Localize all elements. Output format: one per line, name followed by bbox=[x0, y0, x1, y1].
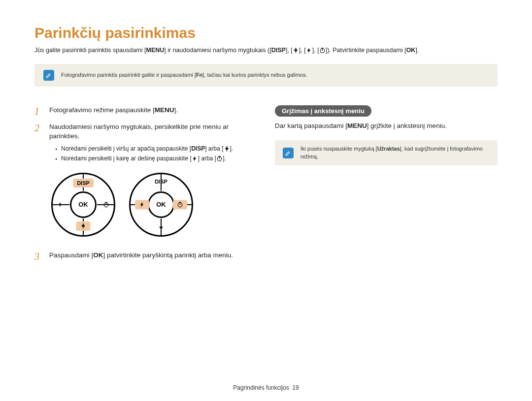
step-body: Paspausdami [OK] patvirtinkite paryškint… bbox=[49, 250, 233, 262]
step-body: Fotografavimo režime paspauskite [MENU]. bbox=[49, 105, 178, 117]
ok-button-label: OK bbox=[148, 191, 174, 218]
step-2: 2 Naudodamiesi naršymo mygtukais, persik… bbox=[34, 122, 257, 164]
step-number: 1 bbox=[34, 105, 43, 117]
note-box-top: Fotografavimo parinktis pasirinkti galit… bbox=[34, 64, 498, 87]
intro-part: Jūs galite pasirinkti parinktis spausdam… bbox=[34, 47, 146, 54]
bullet-item: Norėdami persikelti į kairę ar dešinę pa… bbox=[55, 154, 257, 163]
ok-button-label: OK bbox=[70, 191, 97, 218]
disp-glyph: DISP bbox=[271, 47, 286, 54]
menu-glyph: MENU bbox=[347, 122, 367, 129]
right-column: Grįžimas į ankstesnį meniu Dar kartą pas… bbox=[275, 105, 498, 267]
step-number: 3 bbox=[34, 250, 43, 262]
intro-text: Jūs galite pasirinkti parinktis spausdam… bbox=[34, 46, 498, 55]
section-pill: Grįžimas į ankstesnį meniu bbox=[275, 105, 371, 117]
disp-label: DISP bbox=[73, 179, 94, 187]
timer-icon bbox=[216, 155, 223, 162]
menu-glyph: MENU bbox=[155, 106, 174, 114]
intro-part: ]). Patvirtinkite paspausdami [ bbox=[326, 47, 406, 54]
step-number: 2 bbox=[34, 122, 43, 164]
dpad-diagram-row: OK DISP OK DISP bbox=[51, 173, 257, 237]
timer-icon bbox=[173, 200, 187, 209]
note-text: Fotografavimo parinktis pasirinkti galit… bbox=[61, 71, 307, 79]
page-title: Parinkčių pasirinkimas bbox=[34, 25, 498, 41]
macro-icon bbox=[76, 221, 91, 231]
flash-icon bbox=[57, 201, 64, 208]
step-1: 1 Fotografavimo režime paspauskite [MENU… bbox=[34, 105, 257, 117]
flash-icon bbox=[192, 155, 198, 162]
note-text: Iki pusės nuspauskite mygtuką [Užraktas]… bbox=[300, 145, 490, 160]
pencil-icon bbox=[283, 148, 294, 158]
timer-icon bbox=[319, 47, 326, 54]
macro-icon bbox=[293, 47, 299, 54]
dpad-horizontal: OK DISP bbox=[129, 173, 193, 237]
macro-icon bbox=[224, 146, 230, 152]
right-text: Dar kartą paspausdami [MENU] grįžkite į … bbox=[275, 122, 498, 131]
ok-glyph: OK bbox=[93, 251, 103, 259]
macro-icon bbox=[158, 224, 165, 231]
intro-part: ] ir naudodamiesi naršymo mygtukais ([ bbox=[164, 47, 271, 54]
intro-part: ]. bbox=[415, 47, 419, 54]
pencil-icon bbox=[43, 70, 54, 81]
intro-part: ], [ bbox=[286, 47, 293, 54]
flash-icon bbox=[135, 200, 149, 209]
intro-part: ], [ bbox=[312, 47, 319, 54]
step-3: 3 Paspausdami [OK] patvirtinkite paryški… bbox=[34, 250, 257, 262]
dpad-vertical: OK DISP bbox=[51, 173, 115, 237]
disp-glyph: DISP bbox=[191, 145, 205, 152]
step-body: Naudodamiesi naršymo mygtukais, persikel… bbox=[49, 122, 257, 164]
ok-glyph: OK bbox=[406, 47, 416, 54]
bullet-item: Norėdami persikelti į viršų ar apačią pa… bbox=[55, 144, 257, 153]
menu-glyph: MENU bbox=[146, 47, 165, 54]
note-box-right: Iki pusės nuspauskite mygtuką [Užraktas]… bbox=[275, 140, 498, 165]
intro-part: ], [ bbox=[299, 47, 306, 54]
timer-icon bbox=[103, 201, 109, 208]
flash-icon bbox=[306, 47, 312, 54]
left-column: 1 Fotografavimo režime paspauskite [MENU… bbox=[34, 105, 257, 267]
page-footer: Pagrindinės funkcijos 19 bbox=[0, 384, 532, 391]
disp-label: DISP bbox=[155, 179, 167, 185]
